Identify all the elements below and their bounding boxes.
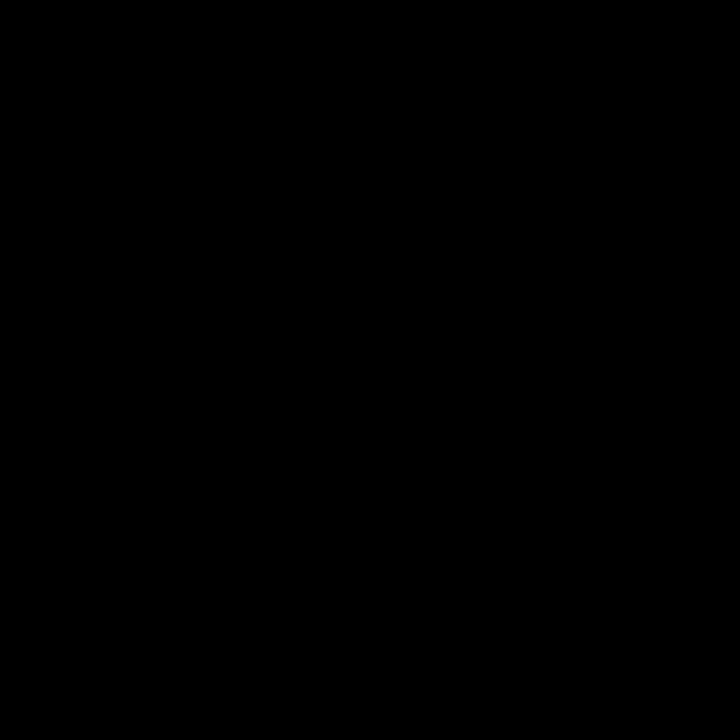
bottleneck-heatmap bbox=[25, 25, 703, 703]
operating-point-marker bbox=[0, 0, 5, 5]
chart-frame bbox=[0, 0, 728, 728]
crosshair-vertical bbox=[0, 25, 1, 703]
crosshair-horizontal bbox=[25, 0, 703, 1]
